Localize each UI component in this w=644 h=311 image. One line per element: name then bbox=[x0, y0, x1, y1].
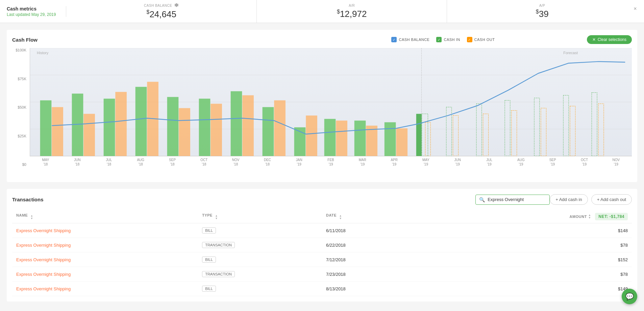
transaction-name-link[interactable]: Express Overnight Shipping bbox=[16, 257, 71, 262]
legend-balance-label: CASH BALANCE bbox=[399, 38, 429, 42]
bar-jun19-out bbox=[453, 115, 459, 156]
x-jun19: JUN'19 bbox=[442, 158, 473, 166]
cash-flow-title: Cash Flow bbox=[12, 37, 299, 43]
bar-nov18-in bbox=[231, 91, 242, 156]
cash-flow-section: Cash Flow ✓ CASH BALANCE ✓ CASH IN ✓ bbox=[7, 30, 637, 182]
table-row: Express Overnight Shipping BILL 7/12/201… bbox=[12, 252, 632, 267]
gear-icon[interactable] bbox=[174, 3, 179, 8]
date-sort: ▲▼ bbox=[339, 215, 342, 220]
cell-name: Express Overnight Shipping bbox=[12, 252, 198, 267]
cell-amount: $78 bbox=[477, 267, 632, 282]
bar-aug18-in bbox=[135, 87, 147, 156]
x-jul18: JUL'18 bbox=[93, 158, 125, 166]
bar-jan19-out bbox=[306, 115, 317, 156]
bar-dec18-out bbox=[274, 101, 286, 156]
x-jun18: JUN'18 bbox=[61, 158, 93, 166]
cell-date: 6/11/2018 bbox=[322, 223, 477, 238]
chart-legend: ✓ CASH BALANCE ✓ CASH IN ✓ CASH OUT bbox=[299, 37, 587, 42]
transaction-name-link[interactable]: Express Overnight Shipping bbox=[16, 243, 71, 248]
x-axis: MAY'18 JUN'18 JUL'18 AUG'18 SEP'18 OCT'1… bbox=[30, 158, 632, 166]
transactions-header: Transactions 🔍 + Add cash in + Add cash … bbox=[12, 194, 632, 205]
chart-container: $100K $75K $50K $25K $0 History Forecast bbox=[12, 48, 632, 177]
bar-may19-in-outline bbox=[422, 114, 428, 156]
col-name[interactable]: NAME ▲▼ bbox=[12, 210, 198, 223]
bar-jul18-in bbox=[104, 99, 115, 156]
table-row: Express Overnight Shipping BILL 6/11/201… bbox=[12, 223, 632, 238]
bar-nov18-out bbox=[242, 95, 254, 156]
clear-label: Clear selections bbox=[598, 37, 626, 42]
type-badge: TRANSACTION bbox=[202, 242, 235, 248]
bar-jun18-out bbox=[83, 114, 95, 156]
bar-oct19-out bbox=[570, 106, 575, 156]
amount-sort: ▲▼ bbox=[588, 214, 591, 219]
bar-feb19-out bbox=[336, 120, 347, 156]
legend-cash-in[interactable]: ✓ CASH IN bbox=[436, 37, 460, 42]
x-nov18: NOV'18 bbox=[220, 158, 252, 166]
transaction-name-link[interactable]: Express Overnight Shipping bbox=[16, 286, 71, 291]
cash-flow-header: Cash Flow ✓ CASH BALANCE ✓ CASH IN ✓ bbox=[12, 35, 632, 44]
y-label-75k: $75K bbox=[12, 77, 26, 81]
x-feb19: FEB'19 bbox=[315, 158, 347, 166]
type-sort: ▲▼ bbox=[215, 215, 218, 220]
bar-aug19-in bbox=[505, 101, 510, 156]
x-aug18: AUG'18 bbox=[125, 158, 156, 166]
search-input[interactable] bbox=[488, 197, 546, 202]
type-badge: BILL bbox=[202, 227, 216, 234]
bar-jul19-in bbox=[476, 104, 482, 156]
cell-amount: $148 bbox=[477, 223, 632, 238]
cell-amount: $78 bbox=[477, 238, 632, 252]
chart-plot-area: History Forecast bbox=[30, 48, 632, 156]
cell-amount: $149 bbox=[477, 282, 632, 296]
col-type[interactable]: TYPE ▲▼ bbox=[198, 210, 322, 223]
legend-cash-in-label: CASH IN bbox=[444, 38, 460, 42]
transactions-table: NAME ▲▼ TYPE ▲▼ DATE ▲▼ AMOUNT ▲▼ bbox=[12, 210, 632, 296]
bar-sep18-in bbox=[167, 97, 179, 156]
last-updated: Last updated May 29, 2019 bbox=[7, 12, 56, 17]
x-dec18: DEC'18 bbox=[252, 158, 283, 166]
cell-amount: $152 bbox=[477, 252, 632, 267]
ap-metric: A/P $39 bbox=[447, 0, 637, 23]
search-box[interactable]: 🔍 bbox=[475, 195, 550, 205]
bar-apr19-out bbox=[396, 128, 407, 156]
legend-cash-out[interactable]: ✓ CASH OUT bbox=[467, 37, 495, 42]
col-amount[interactable]: AMOUNT ▲▼ Net: -$1,784 bbox=[477, 210, 632, 223]
transaction-name-link[interactable]: Express Overnight Shipping bbox=[16, 228, 71, 233]
x-may19: MAY'19 bbox=[410, 158, 442, 166]
metrics-bar: CASH BALANCE $24,645 A/R $12,972 A/P $39 bbox=[66, 0, 637, 23]
clear-selections-button[interactable]: ✕ Clear selections bbox=[587, 35, 632, 44]
y-label-100k: $100K bbox=[12, 48, 26, 52]
legend-balance-checkbox: ✓ bbox=[391, 37, 397, 42]
close-button[interactable]: × bbox=[632, 5, 639, 12]
bar-may18-in bbox=[40, 101, 52, 156]
cell-type: TRANSACTION bbox=[198, 238, 322, 252]
transaction-name-link[interactable]: Express Overnight Shipping bbox=[16, 272, 71, 277]
x-jul19: JUL'19 bbox=[473, 158, 505, 166]
table-header: NAME ▲▼ TYPE ▲▼ DATE ▲▼ AMOUNT ▲▼ bbox=[12, 210, 632, 223]
col-date[interactable]: DATE ▲▼ bbox=[322, 210, 477, 223]
cell-type: BILL bbox=[198, 223, 322, 238]
cell-type: TRANSACTION bbox=[198, 267, 322, 282]
ar-metric: A/R $12,972 bbox=[257, 0, 447, 23]
add-cash-in-button[interactable]: + Add cash in bbox=[550, 194, 588, 205]
bar-oct19-in bbox=[563, 95, 569, 156]
app-title: Cash metrics bbox=[7, 6, 56, 12]
chat-widget[interactable]: 💬 bbox=[622, 289, 637, 304]
type-badge: BILL bbox=[202, 257, 216, 263]
bar-aug19-out bbox=[512, 110, 517, 156]
bar-dec18-in bbox=[263, 107, 274, 156]
table-row: Express Overnight Shipping BILL 8/13/201… bbox=[12, 282, 632, 296]
add-cash-out-button[interactable]: + Add cash out bbox=[591, 194, 632, 205]
transactions-section: Transactions 🔍 + Add cash in + Add cash … bbox=[7, 189, 637, 302]
y-label-25k: $25K bbox=[12, 134, 26, 138]
bar-may18-out bbox=[52, 107, 63, 156]
clear-x-icon: ✕ bbox=[592, 37, 596, 42]
x-may18: MAY'18 bbox=[30, 158, 61, 166]
x-nov19: NOV'19 bbox=[600, 158, 632, 166]
legend-cash-out-label: CASH OUT bbox=[474, 38, 495, 42]
search-icon: 🔍 bbox=[479, 197, 485, 202]
cell-date: 6/22/2018 bbox=[322, 238, 477, 252]
main-content: Cash Flow ✓ CASH BALANCE ✓ CASH IN ✓ bbox=[0, 23, 644, 308]
cell-type: BILL bbox=[198, 252, 322, 267]
bar-feb19-in bbox=[324, 119, 336, 156]
legend-balance[interactable]: ✓ CASH BALANCE bbox=[391, 37, 429, 42]
